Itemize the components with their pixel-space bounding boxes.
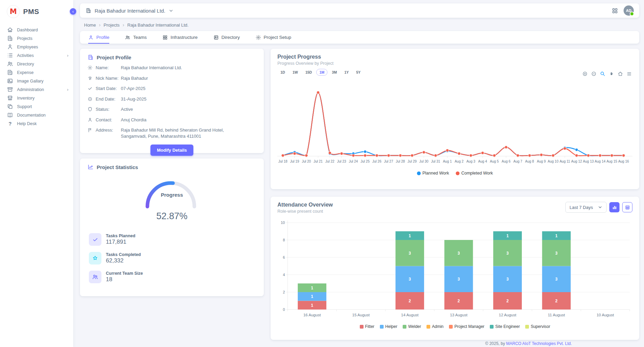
sidebar-item-activities[interactable]: Activities › (0, 51, 73, 60)
attendance-bar-chart[interactable]: 024681016 August11115 August14 August233… (277, 216, 632, 323)
svg-text:10: 10 (281, 221, 285, 225)
sidebar-item-help-desk[interactable]: ? Help Desk (0, 119, 73, 128)
breadcrumb-home[interactable]: Home (84, 22, 96, 28)
shield-icon (87, 107, 93, 112)
tab-infrastructure[interactable]: Infrastructure (162, 31, 198, 44)
legend-item[interactable]: Site Engineer (490, 324, 520, 329)
legend-label: Admin (432, 324, 444, 329)
zoom-in-icon[interactable] (582, 71, 587, 76)
selection-zoom-icon[interactable] (600, 71, 605, 76)
tab-directory[interactable]: Directory (213, 31, 240, 44)
svg-text:Aug 5: Aug 5 (490, 160, 499, 163)
list-icon (7, 52, 13, 59)
sidebar-item-image-gallery[interactable]: Image Gallary (0, 77, 73, 85)
svg-text:Aug 2: Aug 2 (455, 160, 464, 163)
check-icon (87, 86, 93, 91)
modify-details-button[interactable]: Modify Details (150, 145, 193, 156)
building-icon (7, 35, 13, 42)
svg-text:Aug 1: Aug 1 (443, 160, 452, 163)
svg-text:10 August: 10 August (597, 313, 614, 317)
stat-team-size: Current Team Size 18 (89, 271, 256, 283)
legend-swatch (403, 325, 406, 329)
profile-card-title: Project Profile (97, 55, 131, 60)
tab-profile[interactable]: Profile (88, 31, 109, 44)
svg-text:Jul 31: Jul 31 (431, 160, 440, 163)
legend-item[interactable]: Planned Work (417, 171, 449, 176)
sidebar-item-directory[interactable]: Directory (0, 60, 73, 68)
progress-line-chart[interactable]: Jul 18Jul 19Jul 20Jul 21Jul 22Jul 23Jul … (277, 85, 632, 170)
breadcrumb-current: Raja Bahadur International Ltd. (127, 22, 189, 28)
gauge-value: 52.87% (141, 211, 203, 222)
sidebar-item-documentation[interactable]: Documentation (0, 111, 73, 119)
svg-text:Aug 4: Aug 4 (478, 160, 487, 163)
progress-card-subtitle: Progress Overview by Project (277, 61, 632, 66)
reset-home-icon[interactable] (618, 71, 623, 76)
progress-gauge: Progress 52.87% (141, 177, 203, 222)
project-progress-card: Project Progress Progress Overview by Pr… (271, 49, 639, 189)
profile-field-end-date: End Date: 31-Aug-2025 (87, 96, 256, 102)
sidebar-item-dashboard[interactable]: Dashboard (0, 26, 73, 34)
sidebar-item-inventory[interactable]: Inventory (0, 94, 73, 102)
app-logo[interactable]: PMSM PMS (0, 0, 73, 24)
menu-icon[interactable] (627, 71, 632, 76)
chart-toolbar (582, 71, 632, 76)
svg-text:Jul 28: Jul 28 (396, 160, 405, 163)
bar-view-button[interactable] (609, 202, 619, 212)
legend-item[interactable]: Supervisor (525, 324, 550, 329)
sidebar-item-administration[interactable]: Administration › (0, 85, 73, 94)
progress-card-title: Project Progress (277, 54, 632, 60)
legend-label: Planned Work (422, 171, 449, 176)
stat-tasks-completed: Tasks Completed 62,332 (89, 252, 256, 265)
table-view-button[interactable] (622, 202, 632, 212)
svg-text:13 August: 13 August (450, 313, 468, 317)
legend-item[interactable]: Helper (380, 324, 397, 329)
users-icon (92, 274, 98, 280)
sidebar-item-employees[interactable]: Employees (0, 43, 73, 51)
project-tabs: Profile Teams Infrastructure Directory P… (80, 31, 639, 44)
svg-text:2: 2 (506, 299, 509, 303)
sidebar-item-expense[interactable]: Expense (0, 68, 73, 77)
sidebar-item-projects[interactable]: Projects (0, 34, 73, 43)
range-1y-button[interactable]: 1Y (341, 69, 352, 76)
svg-text:2: 2 (409, 299, 411, 303)
legend-item[interactable]: Welder (403, 324, 421, 329)
zoom-out-icon[interactable] (591, 71, 596, 76)
range-1w-button[interactable]: 1W (289, 69, 301, 76)
legend-item[interactable]: Admin (426, 324, 444, 329)
legend-item[interactable]: Completed Work (456, 171, 493, 176)
svg-text:4: 4 (283, 273, 285, 277)
home-icon (7, 27, 13, 33)
chevron-down-icon (598, 205, 602, 210)
svg-text:Jul 23: Jul 23 (337, 160, 346, 163)
sidebar-collapse-button[interactable]: ‹ (70, 8, 76, 15)
circle-dot-icon (87, 96, 93, 102)
range-1m-button[interactable]: 1M (316, 69, 327, 76)
apps-grid-button[interactable] (612, 7, 618, 14)
company-link[interactable]: MARCO AIoT Technologies Pvt. Ltd. (506, 341, 572, 346)
legend-swatch (380, 325, 384, 329)
pan-icon[interactable] (609, 71, 614, 76)
line-chart-legend: Planned WorkCompleted Work (277, 171, 632, 176)
company-selector[interactable]: Raja Bahadur International Ltd. (85, 7, 174, 14)
range-5y-button[interactable]: 5Y (353, 69, 364, 76)
range-1d-button[interactable]: 1D (277, 69, 288, 76)
tab-teams[interactable]: Teams (125, 31, 147, 44)
breadcrumb-projects[interactable]: Projects (103, 22, 119, 28)
range-3m-button[interactable]: 3M (329, 69, 340, 76)
stat-tasks-planned: Tasks Planned 117,891 (89, 233, 256, 246)
svg-text:8: 8 (283, 238, 285, 242)
legend-item[interactable]: Fitter (360, 324, 374, 329)
legend-item[interactable]: Project Manager (449, 324, 484, 329)
svg-text:3: 3 (506, 277, 509, 282)
chart-line-icon (87, 164, 94, 170)
svg-text:Aug 8: Aug 8 (525, 160, 534, 163)
tab-project-setup[interactable]: Project Setup (256, 31, 291, 44)
user-avatar[interactable]: AD (624, 5, 634, 16)
receipt-icon (7, 69, 13, 76)
sidebar-item-support[interactable]: Support (0, 102, 73, 111)
date-range-select[interactable]: Last 7 Days (565, 202, 607, 213)
sidebar-nav: Dashboard Projects Employees Activities … (0, 24, 73, 128)
users-icon (125, 35, 130, 40)
svg-text:Aug 3: Aug 3 (466, 160, 476, 163)
range-15d-button[interactable]: 15D (302, 69, 315, 76)
